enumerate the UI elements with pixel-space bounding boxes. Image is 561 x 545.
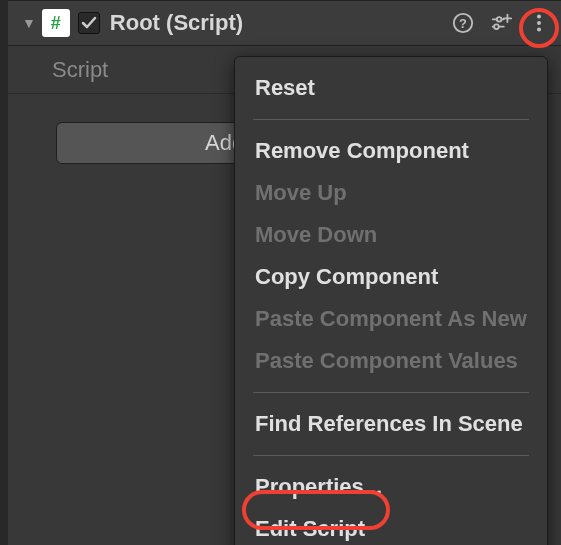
svg-point-8 (537, 15, 541, 19)
gutter (0, 0, 8, 545)
menu-paste-values: Paste Component Values (235, 340, 547, 382)
component-title: Root (Script) (110, 10, 451, 36)
menu-paste-as-new: Paste Component As New (235, 298, 547, 340)
menu-remove-component[interactable]: Remove Component (235, 130, 547, 172)
component-context-menu: Reset Remove Component Move Up Move Down… (234, 56, 548, 545)
svg-point-9 (537, 21, 541, 25)
svg-point-5 (494, 24, 499, 29)
svg-text:?: ? (459, 16, 467, 31)
menu-separator (253, 455, 529, 456)
preset-icon[interactable] (489, 11, 513, 35)
svg-point-10 (537, 27, 541, 31)
component-header: ▼ # Root (Script) ? (8, 0, 561, 46)
menu-properties[interactable]: Properties... (235, 466, 547, 508)
foldout-toggle[interactable]: ▼ (22, 15, 36, 31)
menu-move-up: Move Up (235, 172, 547, 214)
menu-copy-component[interactable]: Copy Component (235, 256, 547, 298)
script-icon: # (42, 9, 70, 37)
menu-separator (253, 119, 529, 120)
svg-point-4 (497, 17, 502, 22)
menu-edit-script[interactable]: Edit Script (235, 508, 547, 545)
help-icon[interactable]: ? (451, 11, 475, 35)
menu-find-references[interactable]: Find References In Scene (235, 403, 547, 445)
enable-checkbox[interactable] (78, 12, 100, 34)
menu-reset[interactable]: Reset (235, 67, 547, 109)
script-property-label: Script (52, 57, 108, 83)
menu-move-down: Move Down (235, 214, 547, 256)
menu-separator (253, 392, 529, 393)
kebab-menu-icon[interactable] (527, 11, 551, 35)
